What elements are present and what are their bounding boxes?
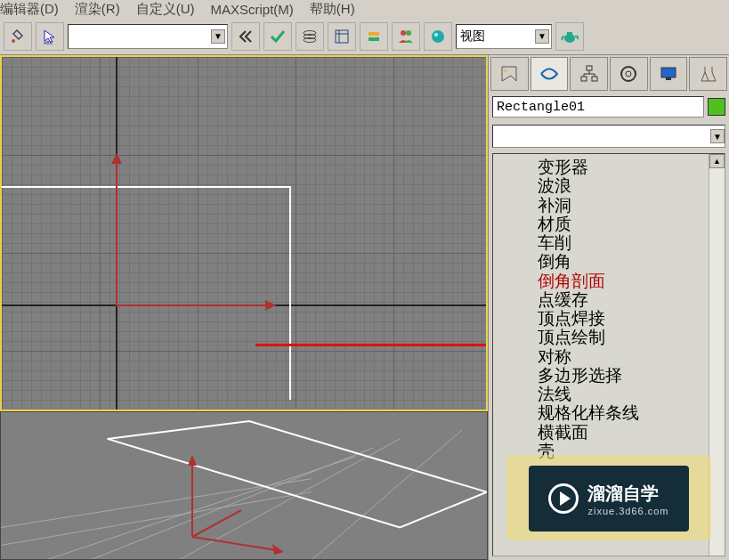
chevron-down-icon: ▼ [710, 129, 725, 143]
modifier-item[interactable]: 多边形选择 [538, 366, 709, 385]
modifier-item[interactable]: 规格化样条线 [538, 403, 709, 422]
teapot-icon[interactable] [555, 22, 584, 51]
watermark-title: 溜溜自学 [587, 482, 668, 506]
menu-help[interactable]: 帮助(H) [310, 1, 355, 18]
svg-point-27 [505, 69, 507, 72]
layer-dropdown[interactable]: ▼ [68, 24, 228, 49]
svg-marker-23 [188, 455, 197, 466]
modifier-item[interactable]: 补洞 [538, 196, 709, 215]
viewport-top[interactable] [0, 55, 488, 411]
svg-line-24 [192, 537, 277, 550]
material-icon[interactable] [424, 22, 452, 51]
chevron-down-icon: ▼ [535, 29, 549, 44]
watermark: 溜溜自学 zixue.3d66.com [529, 466, 689, 532]
people-icon[interactable] [392, 22, 420, 51]
utilities-tab[interactable] [689, 57, 727, 91]
attach-icon[interactable] [4, 22, 32, 51]
svg-point-13 [434, 33, 438, 37]
svg-point-35 [621, 67, 636, 81]
menu-maxscript[interactable]: MAXScript(M) [210, 2, 293, 17]
svg-point-12 [432, 30, 444, 43]
object-color-swatch[interactable] [708, 98, 725, 116]
modifier-item[interactable]: 倒角剖面 [538, 272, 709, 290]
pointer-icon[interactable]: ABC [36, 22, 64, 51]
modifier-item[interactable]: 点缓存 [538, 290, 709, 309]
svg-rect-28 [587, 66, 592, 70]
rectangle-shape[interactable] [2, 186, 291, 400]
annotation-arrow [255, 344, 488, 346]
menu-editors[interactable]: 编辑器(D) [0, 1, 59, 18]
view-dropdown[interactable]: 视图 ▼ [456, 24, 552, 49]
schematic-icon[interactable] [328, 22, 356, 51]
modifier-item[interactable]: 横截面 [538, 423, 709, 442]
modifier-dropdown[interactable]: ▼ [492, 125, 725, 148]
create-tab[interactable] [490, 57, 529, 91]
svg-rect-38 [666, 77, 671, 80]
svg-rect-30 [592, 77, 597, 81]
chevron-down-icon: ▼ [211, 29, 225, 44]
svg-line-21 [312, 430, 462, 560]
modifier-item[interactable]: 变形器 [538, 158, 709, 176]
modifier-item[interactable]: 材质 [538, 215, 709, 233]
svg-point-36 [626, 71, 631, 77]
svg-rect-29 [581, 77, 587, 81]
viewport-perspective[interactable] [0, 411, 488, 560]
modifier-item[interactable]: 车削 [538, 233, 709, 252]
svg-point-11 [406, 30, 411, 36]
modifier-item[interactable]: 顶点绘制 [538, 328, 709, 346]
layers-icon[interactable] [296, 22, 324, 51]
svg-point-14 [564, 34, 575, 43]
hierarchy-tab[interactable] [570, 57, 608, 91]
align-icon[interactable] [360, 22, 388, 51]
svg-line-26 [192, 510, 241, 537]
svg-rect-5 [336, 30, 348, 43]
modifier-item[interactable]: 顶点焊接 [538, 309, 709, 328]
keyframe-back-icon[interactable] [231, 22, 260, 51]
svg-rect-8 [369, 32, 379, 36]
svg-rect-15 [567, 32, 572, 35]
scroll-up-icon[interactable]: ▲ [709, 154, 725, 168]
command-tabs [489, 55, 729, 93]
play-icon [548, 483, 579, 514]
viewport-area [0, 55, 488, 560]
watermark-sub: zixue.3d66.com [587, 506, 668, 516]
modify-tab[interactable] [531, 57, 569, 91]
modifier-item[interactable]: 波浪 [538, 176, 709, 195]
motion-tab[interactable] [610, 57, 648, 91]
display-tab[interactable] [650, 57, 688, 91]
modifier-item[interactable]: 倒角 [538, 252, 709, 271]
svg-point-0 [12, 39, 15, 43]
modifier-item[interactable]: 对称 [538, 347, 709, 366]
menu-bar: 编辑器(D) 渲染(R) 自定义(U) MAXScript(M) 帮助(H) [0, 0, 729, 18]
checkmark-icon[interactable] [263, 22, 292, 51]
object-name-input[interactable] [492, 96, 704, 118]
svg-text:ABC: ABC [44, 40, 53, 45]
svg-marker-25 [272, 544, 284, 555]
menu-customize[interactable]: 自定义(U) [136, 1, 195, 18]
svg-rect-37 [661, 68, 676, 77]
svg-rect-9 [369, 37, 379, 41]
modifier-item[interactable]: 法线 [538, 385, 709, 403]
main-toolbar: ABC ▼ 视图 ▼ [0, 18, 729, 55]
move-gizmo-persp[interactable] [179, 448, 286, 557]
svg-point-10 [401, 30, 406, 36]
menu-render[interactable]: 渲染(R) [75, 1, 120, 18]
